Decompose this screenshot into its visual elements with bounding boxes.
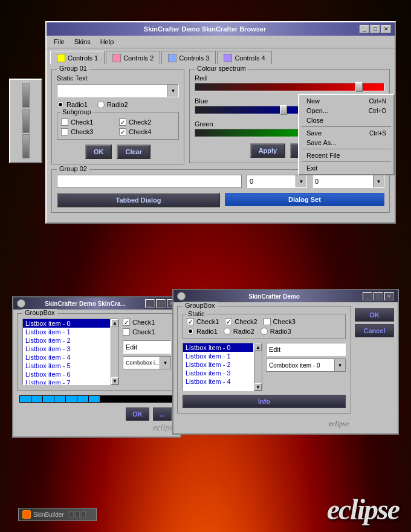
skins-menu[interactable]: Skins (70, 37, 95, 47)
check4-item[interactable]: ✓ Check4 (119, 128, 175, 135)
bl-list-item-3[interactable]: Listbox item - 3 (23, 345, 110, 353)
br-check2-item[interactable]: ✓ Check2 (225, 318, 257, 325)
ctx-save[interactable]: Save Ctrl+S (299, 128, 393, 138)
bl-check1-box[interactable]: ✓ (123, 319, 130, 326)
scroll-down-button[interactable]: ▼ (111, 377, 118, 384)
br-list-item-2[interactable]: Listbox item - 2 (183, 360, 253, 369)
br-check3-box[interactable] (264, 318, 271, 325)
minimize-button[interactable]: _ (360, 25, 369, 33)
bl-ok-button[interactable]: OK (126, 407, 149, 421)
bl-listbox[interactable]: Listbox item - 0 Listbox item - 1 Listbo… (22, 319, 111, 385)
br-scroll-down-button[interactable]: ▼ (254, 383, 262, 391)
bl-listbox-scrollbar[interactable]: ▲ ▼ (111, 319, 119, 385)
br-check2-box[interactable]: ✓ (225, 318, 232, 325)
bl-list-item-4[interactable]: Listbox item - 4 (23, 353, 110, 362)
bl-list-item-5[interactable]: Listbox item - 5 (23, 362, 110, 370)
br-check3-item[interactable]: Check3 (264, 318, 296, 325)
bl-check2-item[interactable]: Check1 (123, 328, 171, 336)
bl-maximize-button[interactable]: □ (156, 299, 166, 308)
br-radio3-item[interactable]: Radio3 (261, 328, 291, 335)
left-panel-slider2[interactable] (22, 109, 30, 133)
tab-controls3[interactable]: Controls 3 (161, 51, 216, 64)
br-radio3-button[interactable] (261, 328, 268, 335)
left-panel-slider[interactable] (22, 83, 30, 108)
ctx-saveas[interactable]: Save As... (299, 138, 393, 148)
br-listbox-scrollbar[interactable]: ▲ ▼ (254, 343, 262, 391)
bl-list-item-0[interactable]: Listbox item - 0 (23, 319, 110, 328)
maximize-button[interactable]: □ (371, 25, 380, 33)
ctx-open[interactable]: Open... Ctrl+O (299, 106, 393, 115)
combo-arrow-icon[interactable]: ▼ (167, 85, 178, 97)
skinbuilder-bar[interactable]: SkinBuilder (18, 508, 97, 521)
ctx-close[interactable]: Close (299, 115, 393, 125)
br-list-item-1[interactable]: Listbox item - 1 (183, 352, 253, 360)
br-combo[interactable]: Combobox item - 0 ▼ (266, 358, 346, 372)
br-edit-input[interactable] (266, 343, 346, 356)
bl-cancel-button[interactable]: ... (153, 407, 172, 421)
bl-combo-arrow-icon[interactable]: ▼ (160, 357, 170, 369)
check1-item[interactable]: Check1 (61, 118, 117, 126)
file-menu[interactable]: File (49, 37, 70, 47)
radio2-button[interactable] (97, 101, 105, 108)
br-maximize-button[interactable]: □ (374, 292, 383, 300)
tab-controls1[interactable]: Controls 1 (50, 51, 105, 64)
br-listbox[interactable]: Listbox item - 0 Listbox item - 1 Listbo… (183, 343, 254, 391)
bl-list-item-6[interactable]: Listbox item - 6 (23, 370, 110, 378)
bl-edit-input[interactable] (123, 340, 171, 354)
bl-minimize-button[interactable]: _ (145, 299, 155, 308)
group02-text-input[interactable] (57, 175, 242, 188)
ctx-exit[interactable]: Exit (299, 163, 393, 173)
blue-slider-thumb[interactable] (280, 105, 287, 115)
group02-combo2[interactable]: 0 ▼ (312, 175, 384, 188)
br-check1-box[interactable]: ✓ (187, 318, 194, 325)
static-text-combo[interactable]: ▼ (57, 84, 179, 97)
check3-box[interactable] (61, 128, 68, 135)
clear-button[interactable]: Clear (117, 144, 150, 159)
red-slider-thumb[interactable] (355, 82, 363, 92)
combo2-display[interactable]: 0 ▼ (312, 175, 384, 188)
br-close-button[interactable]: ✕ (384, 292, 394, 300)
combo1-display[interactable]: 0 ▼ (247, 175, 307, 188)
check2-item[interactable]: ✓ Check2 (119, 118, 175, 126)
radio1-item[interactable]: Radio1 (57, 101, 88, 108)
br-combo-arrow-icon[interactable]: ▼ (334, 359, 345, 371)
tabbed-dialog-button[interactable]: Tabbed Dialog (57, 193, 220, 207)
br-radio1-item[interactable]: Radio1 (187, 328, 218, 335)
tab-controls4[interactable]: Controls 4 (217, 51, 271, 64)
combo1-arrow-icon[interactable]: ▼ (296, 175, 306, 187)
bl-list-item-7[interactable]: Listbox item - 7 (23, 378, 110, 385)
left-panel-slider3[interactable] (22, 134, 30, 158)
bl-check2-box[interactable] (123, 328, 130, 336)
close-button[interactable]: ✕ (381, 25, 391, 33)
br-info-button[interactable]: Info (183, 395, 346, 408)
bl-list-item-2[interactable]: Listbox item - 2 (23, 336, 110, 345)
radio1-button[interactable] (57, 101, 64, 108)
check3-item[interactable]: Check3 (61, 128, 117, 135)
br-radio2-button[interactable] (224, 328, 231, 335)
br-check1-item[interactable]: ✓ Check1 (187, 318, 219, 325)
br-ok-button[interactable]: OK (355, 308, 394, 322)
br-list-item-0[interactable]: Listbox item - 0 (183, 343, 253, 352)
br-minimize-button[interactable]: _ (363, 292, 372, 300)
bl-check1-item[interactable]: ✓ Check1 (123, 319, 171, 326)
br-radio1-button[interactable] (187, 328, 194, 335)
br-list-item-3[interactable]: Listbox item - 3 (183, 369, 253, 377)
scroll-up-button[interactable]: ▲ (111, 319, 118, 326)
dialog-set-button[interactable]: Dialog Set (225, 193, 384, 206)
ctx-recentfile[interactable]: Recent File (299, 151, 393, 160)
tab-controls2[interactable]: Controls 2 (106, 51, 160, 64)
red-slider-track[interactable] (195, 83, 384, 91)
help-menu[interactable]: Help (95, 37, 119, 47)
ctx-new[interactable]: New Ctrl+N (299, 96, 393, 106)
br-radio2-item[interactable]: Radio2 (224, 328, 254, 335)
combo2-arrow-icon[interactable]: ▼ (373, 175, 384, 187)
br-cancel-button[interactable]: Cancel (355, 324, 394, 337)
radio2-item[interactable]: Radio2 (97, 101, 128, 108)
ok-button[interactable]: OK (85, 144, 112, 159)
br-scroll-up-button[interactable]: ▲ (254, 343, 262, 351)
check4-box[interactable]: ✓ (119, 128, 126, 135)
apply-button[interactable]: Apply (250, 143, 286, 158)
bl-combo[interactable]: Combobox i... ▼ (123, 356, 171, 369)
bl-list-item-1[interactable]: Listbox item - 1 (23, 328, 110, 336)
check1-box[interactable] (61, 118, 68, 126)
